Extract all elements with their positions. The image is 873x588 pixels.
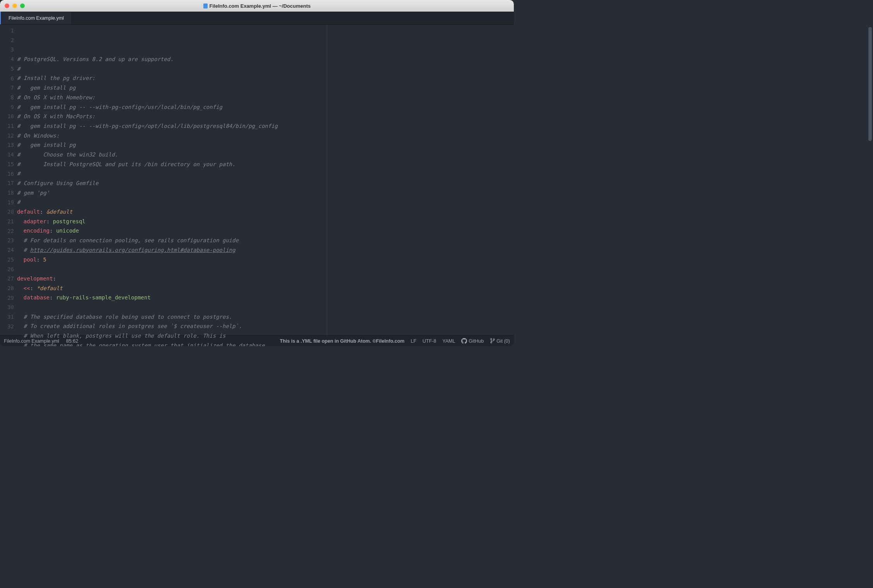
code-line[interactable]: development:	[17, 274, 514, 284]
code-line[interactable]: # To create additional roles in postgres…	[17, 321, 514, 331]
code-line[interactable]: # gem install pg	[17, 140, 514, 150]
line-number: 23	[0, 236, 14, 245]
line-number: 10	[0, 112, 14, 121]
window-title-text: FileInfo.com Example.yml — ~/Documents	[210, 3, 311, 9]
code-line[interactable]: #	[17, 64, 514, 74]
window-title: FileInfo.com Example.yml — ~/Documents	[0, 3, 514, 9]
code-content[interactable]: # PostgreSQL. Versions 8.2 and up are su…	[17, 25, 514, 335]
line-number: 30	[0, 302, 14, 312]
file-tab-active[interactable]: FileInfo.com Example.yml	[0, 12, 72, 24]
code-line[interactable]: # the same name as the operating system …	[17, 341, 514, 346]
code-line[interactable]: #	[17, 197, 514, 207]
code-line[interactable]: # When left blank, postgres will use the…	[17, 331, 514, 341]
code-line[interactable]: # On OS X with Homebrew:	[17, 93, 514, 102]
line-number: 1	[0, 26, 14, 36]
tab-label: FileInfo.com Example.yml	[9, 15, 64, 21]
line-number: 7	[0, 83, 14, 93]
line-number: 14	[0, 150, 14, 160]
code-line[interactable]: # PostgreSQL. Versions 8.2 and up are su…	[17, 54, 514, 64]
code-line[interactable]: encoding: unicode	[17, 226, 514, 236]
line-number: 11	[0, 121, 14, 131]
code-line[interactable]: default: &default	[17, 207, 514, 217]
code-line[interactable]: #	[17, 169, 514, 178]
code-line[interactable]: # For details on connection pooling, see…	[17, 236, 514, 245]
text-editor[interactable]: 1234567891011121314151617181920212223242…	[0, 25, 514, 335]
line-number: 2	[0, 36, 14, 45]
code-line[interactable]: adapter: postgresql	[17, 217, 514, 226]
line-number: 25	[0, 255, 14, 265]
line-number: 29	[0, 293, 14, 303]
line-number: 6	[0, 74, 14, 83]
line-number: 27	[0, 274, 14, 284]
line-number: 18	[0, 188, 14, 198]
code-line[interactable]: # Choose the win32 build.	[17, 150, 514, 160]
code-line[interactable]: # gem install pg -- --with-pg-config=/us…	[17, 102, 514, 112]
line-number: 12	[0, 131, 14, 141]
line-number: 4	[0, 54, 14, 64]
window-titlebar: FileInfo.com Example.yml — ~/Documents	[0, 0, 514, 12]
maximize-window-button[interactable]	[20, 3, 25, 8]
code-line[interactable]: # gem install pg	[17, 83, 514, 93]
code-line[interactable]: database: ruby-rails-sample_development	[17, 293, 514, 302]
window-controls	[5, 3, 25, 8]
line-number: 9	[0, 102, 14, 112]
line-number: 20	[0, 207, 14, 217]
code-line[interactable]: # gem 'pg'	[17, 188, 514, 198]
code-line[interactable]	[17, 264, 514, 274]
code-line[interactable]: # http://guides.rubyonrails.org/configur…	[17, 245, 514, 255]
code-line[interactable]: # Configure Using Gemfile	[17, 178, 514, 188]
line-number: 32	[0, 322, 14, 331]
line-number: 21	[0, 217, 14, 226]
code-line[interactable]	[17, 302, 514, 312]
code-line[interactable]: # On OS X with MacPorts:	[17, 112, 514, 121]
code-line[interactable]: # On Windows:	[17, 131, 514, 141]
code-line[interactable]: # Install PostgreSQL and put its /bin di…	[17, 160, 514, 169]
line-number: 22	[0, 226, 14, 236]
line-number: 24	[0, 245, 14, 255]
code-line[interactable]: # Install the pg driver:	[17, 73, 514, 83]
code-line[interactable]: # gem install pg -- --with-pg-config=/op…	[17, 121, 514, 131]
line-number: 26	[0, 265, 14, 274]
code-line[interactable]: # The specified database role being used…	[17, 312, 514, 322]
code-line[interactable]: pool: 5	[17, 255, 514, 265]
close-window-button[interactable]	[5, 3, 9, 8]
line-number: 15	[0, 160, 14, 169]
line-number: 19	[0, 198, 14, 207]
wrap-guide	[327, 25, 327, 335]
line-number: 28	[0, 284, 14, 293]
line-number: 31	[0, 312, 14, 322]
line-number: 17	[0, 178, 14, 188]
line-number: 13	[0, 140, 14, 150]
minimize-window-button[interactable]	[12, 3, 17, 8]
tab-bar: FileInfo.com Example.yml	[0, 12, 514, 25]
line-number: 5	[0, 64, 14, 74]
line-number: 3	[0, 45, 14, 54]
code-line[interactable]: <<: *default	[17, 284, 514, 293]
line-number-gutter: 1234567891011121314151617181920212223242…	[0, 25, 17, 335]
line-number: 8	[0, 93, 14, 102]
line-number: 16	[0, 169, 14, 179]
document-icon	[203, 3, 208, 8]
